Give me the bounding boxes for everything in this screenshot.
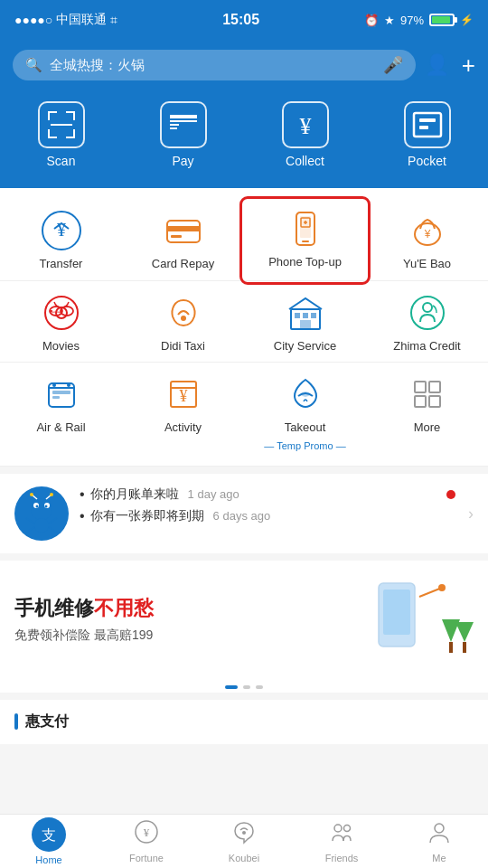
grid-city-service[interactable]: City Service — [244, 283, 366, 363]
svg-point-37 — [181, 316, 186, 321]
promo-text: 手机维修不用愁 免费领补偿险 最高赔199 — [14, 595, 154, 644]
svg-rect-24 — [302, 241, 309, 242]
nav-friends[interactable]: Friends — [293, 815, 390, 868]
nav-me-label: Me — [432, 853, 446, 863]
add-icon[interactable]: + — [462, 52, 475, 80]
scan-icon — [38, 101, 85, 148]
top-icons: 👤 + — [425, 52, 475, 80]
nav-collect[interactable]: ¥ Collect — [244, 94, 366, 175]
svg-point-59 — [34, 518, 49, 533]
main-nav: Scan Pay ¥ Collect — [0, 90, 488, 188]
svg-rect-1 — [48, 111, 50, 120]
air-rail-icon — [41, 373, 82, 415]
bottom-nav: 支 Home ¥ Fortune Koubei — [0, 814, 488, 868]
news-arrow[interactable]: › — [468, 504, 474, 523]
svg-rect-8 — [51, 124, 72, 126]
charging-icon: ⚡ — [460, 14, 474, 26]
svg-point-87 — [344, 826, 351, 832]
wifi-icon: ⌗ — [110, 13, 117, 28]
nav-koubei-label: Koubei — [229, 853, 259, 863]
promo-title: 手机维修不用愁 — [14, 595, 154, 622]
search-box[interactable]: 🔍 全城热搜：火锅 🎤 — [13, 50, 416, 80]
search-placeholder: 全城热搜：火锅 — [50, 57, 145, 74]
user-icon[interactable]: 👤 — [425, 53, 449, 77]
home-icon: 支 — [32, 817, 66, 852]
grid-more[interactable]: More — [366, 364, 488, 460]
svg-marker-80 — [455, 622, 474, 642]
promo-dot-3 — [256, 685, 263, 689]
phone-topup-icon — [285, 208, 326, 250]
me-icon — [427, 819, 452, 850]
svg-text:¥: ¥ — [423, 228, 430, 241]
city-service-label: City Service — [274, 339, 336, 354]
grid-takeout[interactable]: Takeout — Temp Promo — — [244, 364, 366, 460]
signal-dots: ●●●●○ — [14, 13, 52, 27]
svg-rect-40 — [303, 313, 308, 318]
svg-point-67 — [50, 493, 53, 496]
grid-activity[interactable]: ¥ Activity — [122, 364, 244, 460]
promo-subtitle: 免费领补偿险 最高赔199 — [14, 627, 154, 644]
alarm-icon: ⏰ — [364, 14, 379, 27]
svg-rect-10 — [170, 120, 197, 122]
svg-point-88 — [435, 824, 444, 833]
svg-text:支: 支 — [42, 827, 56, 843]
svg-text:¥: ¥ — [299, 113, 311, 139]
card-repay-label: Card Repay — [152, 257, 214, 271]
nav-koubei[interactable]: Koubei — [195, 815, 293, 868]
nav-pocket[interactable]: Pocket — [366, 94, 488, 175]
battery-icon — [429, 14, 455, 26]
nav-scan-label: Scan — [47, 154, 76, 168]
svg-rect-56 — [415, 396, 426, 407]
nav-home[interactable]: 支 Home — [0, 815, 98, 868]
promo-banner[interactable]: 手机维修不用愁 免费领补偿险 最高赔199 — [0, 561, 488, 678]
svg-rect-54 — [415, 382, 426, 392]
yue-bao-label: Yu'E Bao — [403, 257, 451, 271]
svg-rect-57 — [429, 396, 440, 407]
svg-rect-11 — [170, 124, 179, 126]
svg-rect-12 — [170, 127, 177, 129]
svg-point-49 — [52, 383, 56, 387]
news-time-1: 1 day ago — [188, 487, 239, 501]
promo-dot-1 — [225, 685, 238, 689]
nav-fortune[interactable]: ¥ Fortune — [98, 815, 195, 868]
nav-scan[interactable]: Scan — [0, 94, 122, 175]
air-rail-label: Air & Rail — [36, 420, 85, 435]
svg-line-76 — [419, 588, 442, 597]
grid-movies[interactable]: Movies — [0, 283, 122, 363]
grid-didi[interactable]: Didi Taxi — [122, 283, 244, 363]
svg-text:¥: ¥ — [179, 387, 187, 405]
nav-collect-label: Collect — [286, 154, 324, 168]
section-label-text: 惠支付 — [25, 712, 69, 731]
section-label: 惠支付 — [0, 700, 488, 744]
search-icon: 🔍 — [25, 57, 42, 73]
status-bar: ●●●●○ 中国联通 ⌗ 15:05 ⏰ ★ 97% ⚡ — [0, 0, 488, 40]
svg-rect-53 — [171, 387, 196, 389]
svg-point-86 — [334, 825, 342, 832]
nav-friends-label: Friends — [325, 853, 359, 863]
takeout-label: Takeout — [285, 420, 326, 435]
movies-icon — [41, 292, 82, 334]
svg-rect-47 — [52, 396, 60, 399]
svg-line-70 — [26, 527, 34, 533]
time: 15:05 — [222, 12, 259, 28]
svg-rect-15 — [419, 118, 436, 122]
nav-me[interactable]: Me — [390, 815, 488, 868]
grid-transfer[interactable]: ¥ Transfer — [0, 201, 122, 280]
grid-phone-topup[interactable]: Phone Top-up — [242, 199, 368, 282]
svg-point-77 — [438, 584, 446, 591]
grid-card-repay[interactable]: Card Repay — [122, 201, 244, 280]
grid-zhima[interactable]: Zhima Credit — [366, 283, 488, 363]
nav-pay-label: Pay — [172, 154, 193, 168]
svg-line-68 — [26, 518, 34, 524]
svg-rect-42 — [300, 320, 311, 329]
city-service-icon — [285, 292, 326, 334]
grid-air-rail[interactable]: Air & Rail — [0, 364, 122, 460]
status-right: ⏰ ★ 97% ⚡ — [364, 14, 474, 27]
svg-rect-46 — [52, 391, 70, 394]
svg-rect-39 — [295, 313, 300, 318]
nav-pay[interactable]: Pay — [122, 94, 244, 175]
didi-icon — [163, 292, 204, 334]
mic-button[interactable]: 🎤 — [383, 55, 403, 75]
phone-topup-label: Phone Top-up — [268, 255, 342, 269]
grid-yue-bao[interactable]: ¥ Yu'E Bao — [366, 201, 488, 280]
